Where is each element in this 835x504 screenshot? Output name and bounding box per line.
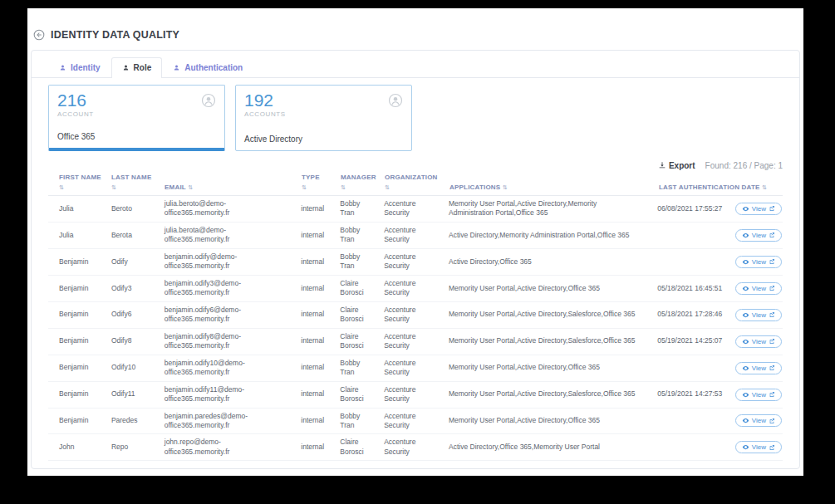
cell-organization: Accenture Security: [373, 434, 438, 460]
cell-last-name: Odify6: [101, 306, 154, 322]
cell-actions: View: [738, 389, 783, 401]
column-header-email[interactable]: EMAIL ⇅: [154, 183, 291, 193]
column-header-type[interactable]: TYPE ⇅: [291, 173, 330, 193]
cell-organization: Accenture Security: [373, 249, 438, 275]
cell-applications: Active Directory,Office 365: [438, 254, 646, 270]
table-row: John Repo john.repo@demo-office365.memor…: [48, 434, 783, 461]
view-button[interactable]: View: [735, 441, 782, 453]
sort-icon[interactable]: ⇅: [503, 184, 508, 191]
view-button[interactable]: View: [735, 414, 782, 427]
cell-type: internal: [290, 413, 329, 428]
eye-icon: [742, 391, 749, 399]
view-label: View: [752, 365, 766, 372]
tab-content: 216 ACCOUNT Office 365 192 ACCOUNTS Acti…: [32, 78, 799, 469]
column-header-last-name[interactable]: LAST NAME ⇅: [101, 173, 154, 193]
cell-first-name: Julia: [48, 201, 101, 217]
cell-first-name: John: [48, 439, 101, 455]
cell-actions: View: [738, 335, 783, 348]
cell-organization: Accenture Security: [373, 355, 438, 381]
cell-actions: View: [738, 362, 783, 374]
tab-role[interactable]: Role: [111, 57, 163, 78]
view-label: View: [752, 258, 766, 266]
page-size-select[interactable]: 10 ⌄: [649, 468, 684, 469]
view-button[interactable]: View: [735, 203, 782, 215]
sort-icon[interactable]: ⇅: [302, 184, 307, 191]
cell-first-name: Benjamin: [48, 386, 101, 402]
cell-last-authentication-date: [646, 232, 738, 238]
view-button[interactable]: View: [735, 229, 782, 242]
external-link-icon: [769, 418, 775, 424]
view-label: View: [752, 285, 766, 292]
sort-icon[interactable]: ⇅: [762, 184, 767, 191]
view-button[interactable]: View: [735, 256, 782, 268]
external-link-icon: [769, 285, 775, 291]
tab-label: Authentication: [184, 63, 243, 72]
cell-type: internal: [290, 333, 329, 349]
eye-icon: [742, 205, 749, 213]
page-header: IDENTITY DATA QUALITY: [27, 8, 803, 50]
prev-page-button[interactable]: ‹: [689, 468, 705, 469]
export-button[interactable]: Export: [658, 161, 695, 170]
column-header-first-name[interactable]: FIRST NAME ⇅: [48, 173, 101, 193]
cell-applications: Active Directory,Office 365,Memority Use…: [438, 439, 646, 455]
user-icon: [59, 64, 66, 71]
cell-last-authentication-date: [646, 418, 738, 424]
table-row: Benjamin Odify11 benjamin.odify11@demo-o…: [48, 382, 783, 409]
stat-card-office365[interactable]: 216 ACCOUNT Office 365: [48, 85, 225, 151]
tab-bar: Identity Role Authentication: [32, 51, 799, 78]
cell-actions: View: [738, 414, 783, 427]
view-button[interactable]: View: [735, 309, 782, 321]
page-number-input[interactable]: [710, 468, 735, 469]
cell-organization: Accenture Security: [373, 329, 438, 355]
cell-type: internal: [290, 281, 329, 296]
column-header-manager[interactable]: MANAGER ⇅: [330, 173, 374, 193]
back-icon[interactable]: [33, 29, 45, 41]
next-page-button[interactable]: ›: [740, 468, 757, 469]
cell-actions: View: [738, 441, 783, 453]
table-row: Benjamin Paredes benjamin.paredes@demo-o…: [48, 409, 783, 435]
cell-manager: Claire Borosci: [329, 276, 373, 301]
tab-authentication[interactable]: Authentication: [162, 57, 253, 78]
cell-manager: Claire Borosci: [329, 329, 373, 355]
cell-applications: Memority User Portal,Active Directory,Me…: [438, 196, 646, 222]
sort-icon[interactable]: ⇅: [59, 184, 64, 191]
cell-last-name: Odify3: [101, 281, 154, 296]
column-header-organization[interactable]: ORGANIZATION ⇅: [374, 173, 439, 193]
cell-first-name: Benjamin: [48, 360, 101, 375]
column-header-last-authentication-date[interactable]: LAST AUTHENTICATION DATE ⇅: [648, 183, 739, 193]
tab-identity[interactable]: Identity: [48, 57, 111, 78]
cell-manager: Claire Borosci: [329, 434, 373, 460]
cell-type: internal: [290, 386, 329, 402]
screen: IDENTITY DATA QUALITY Identity Role Auth…: [0, 0, 835, 504]
cell-manager: Claire Borosci: [329, 382, 373, 408]
account-count: 192: [244, 91, 403, 110]
cell-last-authentication-date: [646, 258, 738, 265]
cell-last-name: Odify: [101, 254, 154, 270]
cell-applications: Active Directory,Memority Administration…: [438, 228, 646, 243]
cell-last-name: Beroto: [101, 201, 154, 217]
sort-icon[interactable]: ⇅: [188, 184, 193, 191]
view-button[interactable]: View: [735, 282, 782, 295]
stat-card-active-directory[interactable]: 192 ACCOUNTS Active Directory: [235, 85, 412, 151]
view-label: View: [752, 443, 766, 451]
view-label: View: [752, 338, 766, 345]
cell-type: internal: [290, 254, 329, 270]
cell-type: internal: [290, 306, 329, 322]
download-icon: [658, 161, 666, 169]
column-header-applications[interactable]: APPLICATIONS ⇅: [439, 183, 648, 193]
table-toolbar: Export Found: 216 / Page: 1: [48, 158, 783, 173]
external-link-icon: [769, 338, 775, 345]
cell-actions: View: [738, 203, 783, 215]
view-label: View: [752, 311, 766, 319]
user-icon: [173, 64, 180, 71]
page-title: IDENTITY DATA QUALITY: [51, 29, 179, 41]
sort-icon[interactable]: ⇅: [341, 184, 346, 191]
cell-email: benjamin.odify8@demo-office365.memority.…: [154, 329, 291, 355]
view-button[interactable]: View: [735, 335, 782, 348]
sort-icon[interactable]: ⇅: [111, 184, 116, 191]
view-button[interactable]: View: [735, 362, 782, 374]
table-header-row: FIRST NAME ⇅ LAST NAME ⇅ EMAIL ⇅ TYPE ⇅ …: [48, 173, 783, 196]
user-circle-icon: [388, 93, 403, 108]
sort-icon[interactable]: ⇅: [385, 184, 390, 191]
view-button[interactable]: View: [735, 389, 782, 401]
